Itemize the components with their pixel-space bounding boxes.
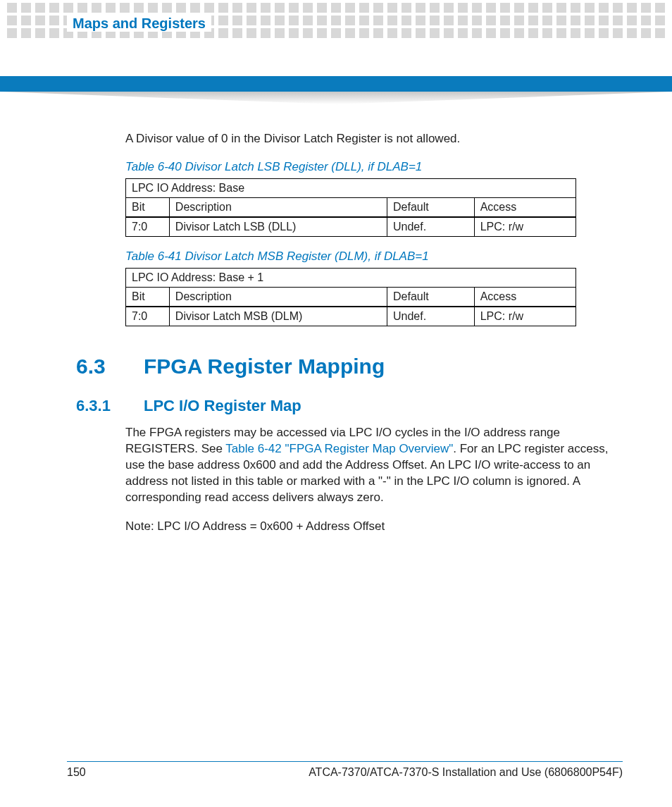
- cell-default: Undef.: [387, 307, 475, 326]
- cell-desc: Divisor Latch LSB (DLL): [169, 217, 387, 237]
- page-footer: 150 ATCA-7370/ATCA-7370-S Installation a…: [67, 761, 623, 779]
- col-header-desc: Description: [169, 197, 387, 217]
- col-header-desc: Description: [169, 287, 387, 307]
- col-header-bit: Bit: [126, 287, 170, 307]
- col-header-default: Default: [387, 287, 475, 307]
- intro-paragraph: A Divisor value of 0 in the Divisor Latc…: [125, 131, 618, 147]
- table-6-41-address: LPC IO Address: Base + 1: [126, 268, 576, 287]
- col-header-access: Access: [474, 287, 575, 307]
- cross-reference-link[interactable]: Table 6-42 "FPGA Register Map Overview": [225, 442, 453, 455]
- cell-default: Undef.: [387, 217, 475, 237]
- page-number: 150: [67, 766, 86, 779]
- table-6-40-caption: Table 6-40 Divisor Latch LSB Register (D…: [125, 160, 618, 174]
- table-6-41: LPC IO Address: Base + 1 Bit Description…: [125, 268, 576, 326]
- header-bar: [0, 76, 672, 92]
- table-6-40-address: LPC IO Address: Base: [126, 178, 576, 197]
- header-shadow: [0, 92, 672, 104]
- subheading-title: LPC I/O Register Map: [144, 397, 301, 415]
- running-header: Maps and Registers: [67, 16, 211, 32]
- cell-bit: 7:0: [126, 217, 170, 237]
- cell-access: LPC: r/w: [474, 307, 575, 326]
- cell-bit: 7:0: [126, 307, 170, 326]
- col-header-access: Access: [474, 197, 575, 217]
- cell-desc: Divisor Latch MSB (DLM): [169, 307, 387, 326]
- heading-6-3: 6.3 FPGA Register Mapping: [76, 355, 618, 378]
- heading-number: 6.3: [76, 355, 144, 378]
- subheading-number: 6.3.1: [76, 397, 144, 415]
- page: Maps and Registers A Divisor value of 0 …: [0, 0, 672, 807]
- document-title: ATCA-7370/ATCA-7370-S Installation and U…: [309, 766, 623, 779]
- table-6-40: LPC IO Address: Base Bit Description Def…: [125, 178, 576, 237]
- note-line: Note: LPC I/O Address = 0x600 + Address …: [125, 519, 618, 535]
- heading-6-3-1: 6.3.1 LPC I/O Register Map: [76, 397, 618, 415]
- cell-access: LPC: r/w: [474, 217, 575, 237]
- table-6-41-caption: Table 6-41 Divisor Latch MSB Register (D…: [125, 250, 618, 264]
- content-area: A Divisor value of 0 in the Divisor Latc…: [125, 131, 618, 535]
- body-paragraph: The FPGA registers may be accessed via L…: [125, 425, 618, 506]
- col-header-default: Default: [387, 197, 475, 217]
- col-header-bit: Bit: [126, 197, 170, 217]
- heading-title: FPGA Register Mapping: [144, 355, 385, 378]
